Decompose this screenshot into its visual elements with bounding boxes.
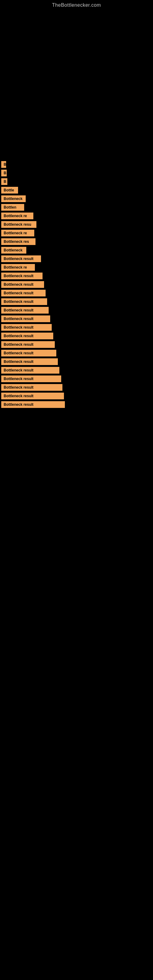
list-item: Bottleneck result (1, 255, 153, 262)
list-item: Bottleneck re (1, 230, 153, 236)
bottleneck-result-badge[interactable]: Bottleneck re (1, 264, 35, 271)
list-item: Bottleneck result (1, 272, 153, 279)
bottleneck-result-badge[interactable]: Bottleneck re (1, 230, 34, 236)
list-item: Bottleneck result (1, 375, 153, 382)
bottleneck-result-badge[interactable]: Bottleneck (1, 196, 26, 202)
list-item: Bottlen (1, 204, 153, 211)
bottleneck-result-badge[interactable]: Bottleneck res (1, 238, 35, 245)
list-item: Bottleneck re (1, 264, 153, 271)
bottleneck-result-badge[interactable]: B (1, 178, 7, 185)
list-item: Bottleneck result (1, 315, 153, 322)
results-container: BBBBottleBottleneckBottlenBottleneck reB… (0, 156, 153, 413)
list-item: Bottleneck (1, 196, 153, 202)
bottleneck-result-badge[interactable]: Bottleneck (1, 247, 26, 254)
list-item: Bottleneck result (1, 290, 153, 296)
list-item: Bottleneck res (1, 238, 153, 245)
bottleneck-result-badge[interactable]: Bottleneck resu (1, 221, 37, 228)
site-title: TheBottlenecker.com (0, 0, 153, 9)
bottleneck-result-badge[interactable]: Bottleneck result (1, 315, 50, 322)
bottleneck-result-badge[interactable]: Bottlen (1, 204, 24, 211)
bottleneck-result-badge[interactable]: Bottleneck result (1, 341, 55, 348)
bottleneck-result-badge[interactable]: Bottleneck re (1, 213, 33, 219)
bottleneck-result-badge[interactable]: Bottleneck result (1, 281, 44, 288)
list-item: Bottleneck resu (1, 221, 153, 228)
bottleneck-result-badge[interactable]: Bottleneck result (1, 332, 53, 339)
bottleneck-result-badge[interactable]: Bottleneck result (1, 401, 65, 408)
bottleneck-result-badge[interactable]: Bottleneck result (1, 358, 58, 365)
list-item: Bottleneck re (1, 213, 153, 219)
bottleneck-result-badge[interactable]: B (1, 170, 7, 177)
list-item: B (1, 161, 153, 168)
chart-area (0, 9, 153, 156)
list-item: Bottleneck (1, 247, 153, 254)
list-item: Bottleneck result (1, 332, 153, 339)
bottleneck-result-badge[interactable]: Bottleneck result (1, 324, 52, 331)
list-item: Bottleneck result (1, 298, 153, 305)
list-item: Bottleneck result (1, 307, 153, 313)
list-item: Bottleneck result (1, 401, 153, 408)
list-item: Bottleneck result (1, 393, 153, 399)
bottleneck-result-badge[interactable]: Bottleneck result (1, 290, 46, 296)
bottleneck-result-badge[interactable]: Bottle (1, 187, 18, 194)
bottleneck-result-badge[interactable]: Bottleneck result (1, 298, 47, 305)
bottleneck-result-badge[interactable]: Bottleneck result (1, 272, 43, 279)
bottleneck-result-badge[interactable]: Bottleneck result (1, 393, 64, 399)
bottleneck-result-badge[interactable]: B (1, 161, 6, 168)
bottleneck-result-badge[interactable]: Bottleneck result (1, 255, 41, 262)
list-item: B (1, 178, 153, 185)
list-item: Bottleneck result (1, 324, 153, 331)
list-item: Bottleneck result (1, 341, 153, 348)
bottleneck-result-badge[interactable]: Bottleneck result (1, 350, 56, 356)
list-item: Bottleneck result (1, 358, 153, 365)
list-item: Bottleneck result (1, 367, 153, 374)
bottleneck-result-badge[interactable]: Bottleneck result (1, 375, 61, 382)
list-item: B (1, 170, 153, 177)
bottleneck-result-badge[interactable]: Bottleneck result (1, 384, 62, 391)
bottleneck-result-badge[interactable]: Bottleneck result (1, 307, 49, 313)
list-item: Bottleneck result (1, 384, 153, 391)
list-item: Bottle (1, 187, 153, 194)
bottleneck-result-badge[interactable]: Bottleneck result (1, 367, 59, 374)
list-item: Bottleneck result (1, 281, 153, 288)
list-item: Bottleneck result (1, 350, 153, 356)
